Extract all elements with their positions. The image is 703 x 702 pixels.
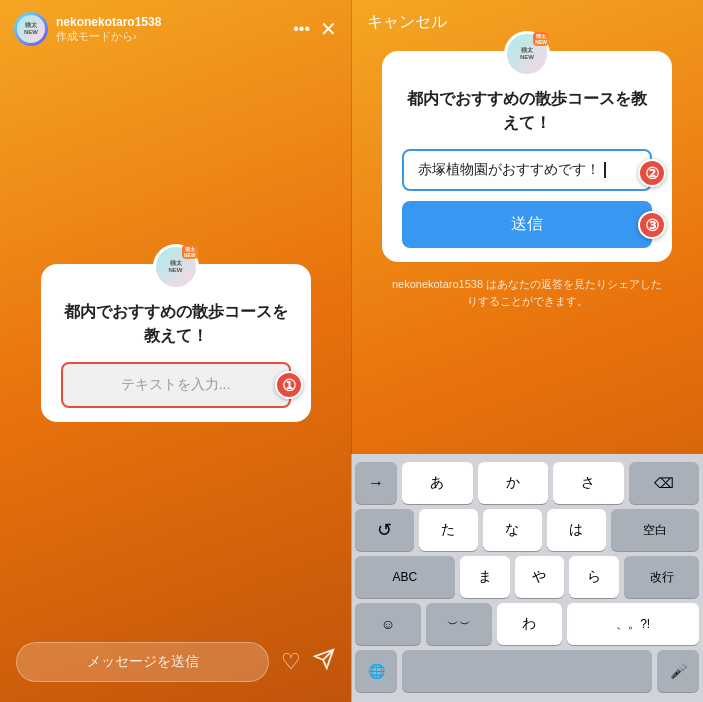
- avatar-badge: 猫太NEW: [182, 245, 198, 259]
- message-send-button[interactable]: メッセージを送信: [16, 642, 269, 682]
- question-card: 猫太NEW 猫太NEW 都内でおすすめの散歩コースを教えて！ テキストを入力..…: [41, 264, 311, 422]
- key-punctuation[interactable]: 、。?!: [567, 603, 699, 645]
- right-panel: キャンセル 猫太NEW 猫太NEW 都内でおすすめの散歩コースを教えて！ 赤塚植…: [351, 0, 703, 702]
- card-avatar-right: 猫太NEW 猫太NEW: [504, 31, 550, 77]
- key-ta[interactable]: た: [419, 509, 478, 551]
- input-value-text: 赤塚植物園がおすすめです！: [418, 161, 600, 179]
- answer-input[interactable]: 赤塚植物園がおすすめです！: [402, 149, 652, 191]
- cancel-button[interactable]: キャンセル: [367, 12, 447, 33]
- left-header: 猫太NEW nekonekotaro1538 作成モードから› ••• ✕: [0, 0, 351, 54]
- question-text: 都内でおすすめの散歩コースを教えて！: [61, 300, 291, 348]
- key-ya[interactable]: や: [515, 556, 565, 598]
- key-na[interactable]: な: [483, 509, 542, 551]
- key-ka[interactable]: か: [478, 462, 549, 504]
- key-arrow[interactable]: →: [355, 462, 397, 504]
- key-wa[interactable]: わ: [497, 603, 563, 645]
- username-text: nekonekotaro1538: [56, 15, 285, 29]
- keyboard-bottom-row: 🌐 🎤: [355, 650, 699, 692]
- key-backspace[interactable]: ⌫: [629, 462, 700, 504]
- key-abc[interactable]: ABC: [355, 556, 455, 598]
- panel-divider: [351, 0, 352, 702]
- left-footer: メッセージを送信 ♡: [0, 632, 351, 702]
- header-info: nekonekotaro1538 作成モードから›: [56, 15, 285, 44]
- keyboard-row-1: → あ か さ ⌫: [355, 462, 699, 504]
- card-avatar: 猫太NEW 猫太NEW: [153, 244, 199, 290]
- avatar: 猫太NEW: [14, 12, 48, 46]
- key-ha[interactable]: は: [547, 509, 606, 551]
- heart-icon[interactable]: ♡: [281, 649, 301, 675]
- more-options-icon[interactable]: •••: [293, 20, 310, 38]
- keyboard: → あ か さ ⌫ ↺ た な は 空白 ABC ま や ら 改行 ☺ ︶︶ わ…: [351, 454, 703, 702]
- creation-mode-text: 作成モードから›: [56, 29, 285, 44]
- left-panel: 猫太NEW nekonekotaro1538 作成モードから› ••• ✕ 猫太…: [0, 0, 351, 702]
- key-emoji[interactable]: ☺: [355, 603, 421, 645]
- step-3-badge: ③: [638, 211, 666, 239]
- key-globe[interactable]: 🌐: [355, 650, 397, 692]
- text-cursor: [604, 162, 606, 178]
- send-button[interactable]: 送信: [402, 201, 652, 248]
- key-return[interactable]: 改行: [624, 556, 699, 598]
- send-icon[interactable]: [313, 648, 335, 676]
- keyboard-row-3: ABC ま や ら 改行: [355, 556, 699, 598]
- key-a[interactable]: あ: [402, 462, 473, 504]
- key-undo[interactable]: ↺: [355, 509, 414, 551]
- question-card-right: 猫太NEW 猫太NEW 都内でおすすめの散歩コースを教えて！ 赤塚植物園がおすす…: [382, 51, 672, 262]
- step-2-badge: ②: [638, 159, 666, 187]
- keyboard-row-4: ☺ ︶︶ わ 、。?!: [355, 603, 699, 645]
- notice-text: nekonekotaro1538 はあなたの返答を見たりシェアしたりすることがで…: [371, 276, 683, 309]
- right-content: 猫太NEW 猫太NEW 都内でおすすめの散歩コースを教えて！ 赤塚植物園がおすす…: [351, 41, 703, 454]
- header-right: ••• ✕: [293, 19, 337, 39]
- key-dakuten[interactable]: ︶︶: [426, 603, 492, 645]
- key-space[interactable]: 空白: [611, 509, 699, 551]
- key-ma[interactable]: ま: [460, 556, 510, 598]
- keyboard-row-2: ↺ た な は 空白: [355, 509, 699, 551]
- text-input-placeholder[interactable]: テキストを入力... ①: [61, 362, 291, 408]
- avatar-badge-right: 猫太NEW: [533, 32, 549, 46]
- step-1-badge: ①: [275, 371, 303, 399]
- question-text-right: 都内でおすすめの散歩コースを教えて！: [402, 87, 652, 135]
- left-content: 猫太NEW 猫太NEW 都内でおすすめの散歩コースを教えて！ テキストを入力..…: [0, 54, 351, 632]
- avatar-inner: 猫太NEW: [17, 15, 45, 43]
- placeholder-text: テキストを入力...: [121, 376, 231, 392]
- key-ra[interactable]: ら: [569, 556, 619, 598]
- key-sa[interactable]: さ: [553, 462, 624, 504]
- key-spacebar[interactable]: [402, 650, 652, 692]
- key-mic[interactable]: 🎤: [657, 650, 699, 692]
- close-icon[interactable]: ✕: [320, 19, 337, 39]
